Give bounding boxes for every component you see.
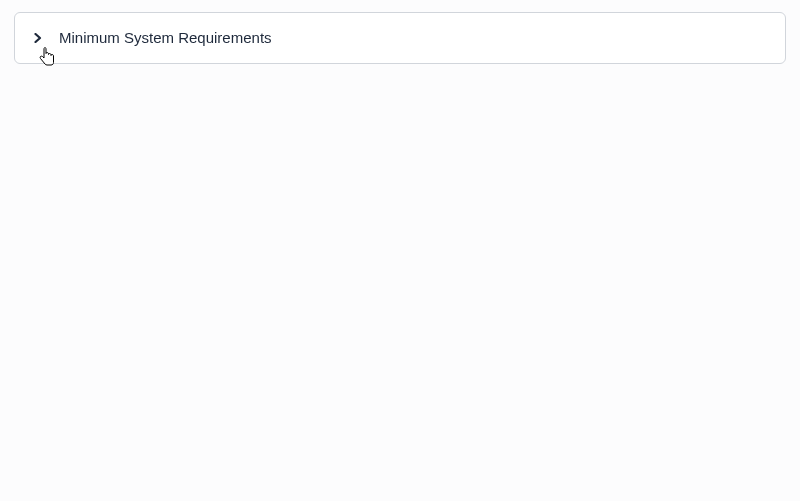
accordion-header[interactable]: Minimum System Requirements (15, 13, 785, 63)
accordion-container: Minimum System Requirements (14, 12, 786, 64)
accordion-title: Minimum System Requirements (59, 29, 272, 47)
chevron-right-icon (33, 33, 43, 43)
